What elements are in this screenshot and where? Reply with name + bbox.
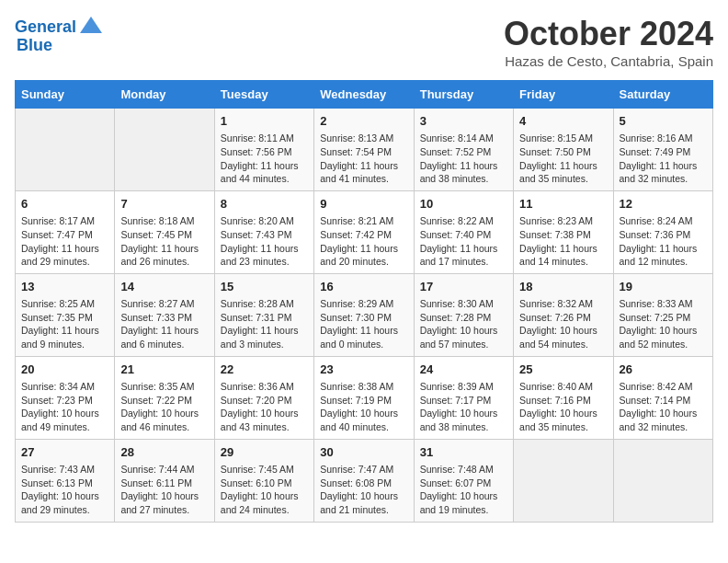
day-info: Sunrise: 8:21 AMSunset: 7:42 PMDaylight:… (320, 214, 407, 269)
calendar-cell: 25Sunrise: 8:40 AMSunset: 7:16 PMDayligh… (514, 356, 613, 439)
logo-blue-text: Blue (17, 37, 52, 55)
day-info: Sunrise: 8:18 AMSunset: 7:45 PMDaylight:… (120, 214, 208, 269)
day-info: Sunrise: 8:16 AMSunset: 7:49 PMDaylight:… (620, 132, 707, 186)
day-number: 6 (21, 196, 108, 213)
day-info: Sunrise: 7:45 AMSunset: 6:10 PMDaylight:… (221, 463, 308, 517)
calendar-cell: 19Sunrise: 8:33 AMSunset: 7:25 PMDayligh… (613, 273, 712, 356)
calendar-cell: 2Sunrise: 8:13 AMSunset: 7:54 PMDaylight… (314, 109, 414, 191)
day-number: 31 (420, 444, 507, 461)
day-number: 19 (620, 279, 707, 295)
logo-icon (78, 15, 104, 40)
day-info: Sunrise: 8:23 AMSunset: 7:38 PMDaylight:… (519, 214, 607, 269)
svg-marker-0 (80, 17, 102, 33)
day-number: 15 (221, 279, 308, 295)
calendar-cell: 6Sunrise: 8:17 AMSunset: 7:47 PMDaylight… (16, 190, 115, 273)
day-info: Sunrise: 8:40 AMSunset: 7:16 PMDaylight:… (519, 380, 607, 434)
day-number: 11 (519, 196, 607, 213)
calendar-cell: 20Sunrise: 8:34 AMSunset: 7:23 PMDayligh… (16, 356, 115, 439)
weekday-header-thursday: Thursday (414, 81, 513, 109)
month-title: October 2024 (504, 15, 713, 53)
calendar-cell: 18Sunrise: 8:32 AMSunset: 7:26 PMDayligh… (514, 273, 613, 356)
day-info: Sunrise: 7:43 AMSunset: 6:13 PMDaylight:… (21, 463, 108, 517)
calendar-week-2: 6Sunrise: 8:17 AMSunset: 7:47 PMDaylight… (16, 190, 713, 273)
day-number: 10 (420, 196, 507, 213)
day-number: 29 (221, 444, 308, 461)
calendar-cell: 1Sunrise: 8:11 AMSunset: 7:56 PMDaylight… (214, 109, 313, 191)
day-number: 25 (519, 362, 607, 378)
calendar-cell: 9Sunrise: 8:21 AMSunset: 7:42 PMDaylight… (314, 190, 414, 273)
day-info: Sunrise: 8:38 AMSunset: 7:19 PMDaylight:… (320, 380, 407, 434)
calendar-table: SundayMondayTuesdayWednesdayThursdayFrid… (15, 80, 713, 523)
weekday-header-saturday: Saturday (613, 81, 712, 109)
calendar-cell: 29Sunrise: 7:45 AMSunset: 6:10 PMDayligh… (214, 439, 313, 522)
calendar-cell: 31Sunrise: 7:48 AMSunset: 6:07 PMDayligh… (414, 439, 513, 522)
day-info: Sunrise: 8:39 AMSunset: 7:17 PMDaylight:… (420, 380, 507, 434)
calendar-cell: 3Sunrise: 8:14 AMSunset: 7:52 PMDaylight… (414, 109, 513, 191)
day-number: 18 (519, 279, 607, 295)
day-info: Sunrise: 8:25 AMSunset: 7:35 PMDaylight:… (21, 297, 108, 351)
calendar-week-5: 27Sunrise: 7:43 AMSunset: 6:13 PMDayligh… (16, 439, 713, 522)
day-info: Sunrise: 8:36 AMSunset: 7:20 PMDaylight:… (221, 380, 308, 434)
day-number: 9 (320, 196, 407, 213)
calendar-cell: 11Sunrise: 8:23 AMSunset: 7:38 PMDayligh… (514, 190, 613, 273)
calendar-cell: 21Sunrise: 8:35 AMSunset: 7:22 PMDayligh… (115, 356, 214, 439)
calendar-cell: 16Sunrise: 8:29 AMSunset: 7:30 PMDayligh… (314, 273, 414, 356)
day-info: Sunrise: 8:28 AMSunset: 7:31 PMDaylight:… (221, 297, 308, 351)
day-info: Sunrise: 8:13 AMSunset: 7:54 PMDaylight:… (320, 132, 407, 186)
calendar-cell (514, 439, 613, 522)
day-info: Sunrise: 8:32 AMSunset: 7:26 PMDaylight:… (519, 297, 607, 351)
day-number: 23 (320, 362, 407, 378)
day-info: Sunrise: 8:17 AMSunset: 7:47 PMDaylight:… (21, 214, 108, 269)
day-info: Sunrise: 8:33 AMSunset: 7:25 PMDaylight:… (620, 297, 707, 351)
calendar-cell: 14Sunrise: 8:27 AMSunset: 7:33 PMDayligh… (115, 273, 214, 356)
weekday-header-wednesday: Wednesday (314, 81, 414, 109)
title-block: October 2024 Hazas de Cesto, Cantabria, … (504, 15, 713, 69)
calendar-cell (16, 109, 115, 191)
day-number: 21 (120, 362, 208, 378)
day-number: 12 (620, 196, 707, 213)
day-number: 4 (519, 113, 607, 130)
day-number: 5 (620, 113, 707, 130)
day-info: Sunrise: 7:47 AMSunset: 6:08 PMDaylight:… (320, 463, 407, 517)
day-number: 17 (420, 279, 507, 295)
day-info: Sunrise: 8:22 AMSunset: 7:40 PMDaylight:… (420, 214, 507, 269)
calendar-week-4: 20Sunrise: 8:34 AMSunset: 7:23 PMDayligh… (16, 356, 713, 439)
day-info: Sunrise: 8:30 AMSunset: 7:28 PMDaylight:… (420, 297, 507, 351)
calendar-cell: 24Sunrise: 8:39 AMSunset: 7:17 PMDayligh… (414, 356, 513, 439)
logo-text: General (15, 18, 76, 37)
day-info: Sunrise: 8:14 AMSunset: 7:52 PMDaylight:… (420, 132, 507, 186)
day-number: 3 (420, 113, 507, 130)
day-number: 8 (221, 196, 308, 213)
day-number: 1 (221, 113, 308, 130)
calendar-cell: 13Sunrise: 8:25 AMSunset: 7:35 PMDayligh… (16, 273, 115, 356)
calendar-cell: 10Sunrise: 8:22 AMSunset: 7:40 PMDayligh… (414, 190, 513, 273)
calendar-cell: 15Sunrise: 8:28 AMSunset: 7:31 PMDayligh… (214, 273, 313, 356)
calendar-cell: 8Sunrise: 8:20 AMSunset: 7:43 PMDaylight… (214, 190, 313, 273)
calendar-cell: 26Sunrise: 8:42 AMSunset: 7:14 PMDayligh… (613, 356, 712, 439)
calendar-cell: 22Sunrise: 8:36 AMSunset: 7:20 PMDayligh… (214, 356, 313, 439)
calendar-cell (115, 109, 214, 191)
calendar-cell: 5Sunrise: 8:16 AMSunset: 7:49 PMDaylight… (613, 109, 712, 191)
calendar-cell: 30Sunrise: 7:47 AMSunset: 6:08 PMDayligh… (314, 439, 414, 522)
day-number: 20 (21, 362, 108, 378)
calendar-week-3: 13Sunrise: 8:25 AMSunset: 7:35 PMDayligh… (16, 273, 713, 356)
day-number: 28 (120, 444, 208, 461)
location-title: Hazas de Cesto, Cantabria, Spain (504, 53, 713, 69)
day-number: 27 (21, 444, 108, 461)
calendar-cell: 7Sunrise: 8:18 AMSunset: 7:45 PMDaylight… (115, 190, 214, 273)
calendar-cell: 12Sunrise: 8:24 AMSunset: 7:36 PMDayligh… (613, 190, 712, 273)
day-number: 13 (21, 279, 108, 295)
day-info: Sunrise: 8:20 AMSunset: 7:43 PMDaylight:… (221, 214, 308, 269)
day-info: Sunrise: 8:15 AMSunset: 7:50 PMDaylight:… (519, 132, 607, 186)
day-info: Sunrise: 8:42 AMSunset: 7:14 PMDaylight:… (620, 380, 707, 434)
calendar-cell: 4Sunrise: 8:15 AMSunset: 7:50 PMDaylight… (514, 109, 613, 191)
calendar-cell: 28Sunrise: 7:44 AMSunset: 6:11 PMDayligh… (115, 439, 214, 522)
weekday-header-sunday: Sunday (16, 81, 115, 109)
weekday-header-row: SundayMondayTuesdayWednesdayThursdayFrid… (16, 81, 713, 109)
day-number: 14 (120, 279, 208, 295)
day-number: 24 (420, 362, 507, 378)
weekday-header-friday: Friday (514, 81, 613, 109)
day-number: 30 (320, 444, 407, 461)
day-number: 2 (320, 113, 407, 130)
logo: General Blue (15, 15, 104, 55)
